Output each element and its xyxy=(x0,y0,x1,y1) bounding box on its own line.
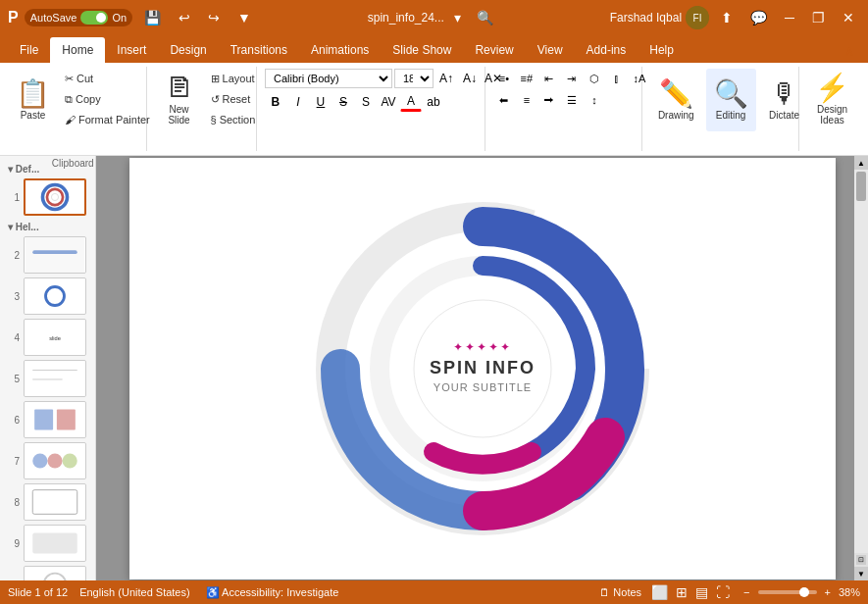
align-right-button[interactable]: ⮕ xyxy=(538,90,560,110)
drawing-icon: ✏️ xyxy=(659,80,693,108)
slide-thumb-4[interactable]: 4 slide xyxy=(0,317,95,358)
drawing-button[interactable]: ✏️ Drawing xyxy=(650,69,702,131)
slide-thumb-7[interactable]: 7 xyxy=(0,440,95,481)
scroll-track[interactable] xyxy=(854,170,868,553)
increase-indent-button[interactable]: ⇥ xyxy=(561,69,583,88)
username: Farshad Iqbal xyxy=(610,11,682,25)
line-spacing-button[interactable]: ↕ xyxy=(584,90,605,110)
paragraph-row1: ≡• ≡# ⇤ ⇥ ⬡ ⫿ ↕A xyxy=(493,69,650,88)
scroll-thumb[interactable] xyxy=(856,172,866,201)
align-center-button[interactable]: ≡ xyxy=(516,90,537,110)
restore-button[interactable]: ❐ xyxy=(806,6,831,29)
char-spacing-button[interactable]: AV xyxy=(378,92,399,112)
view-reading-button[interactable]: ▤ xyxy=(693,582,710,602)
view-buttons: ⬜ ⊞ ▤ ⛶ xyxy=(649,582,732,602)
tab-transitions[interactable]: Transitions xyxy=(219,37,299,63)
slide-info: Slide 1 of 12 xyxy=(8,586,68,598)
copy-button[interactable]: ⧉ Copy xyxy=(60,89,155,109)
zoom-in-button[interactable]: + xyxy=(821,584,835,600)
accessibility-icon: ♿ xyxy=(206,586,220,598)
comments-button[interactable]: 💬 xyxy=(744,6,773,29)
close-button[interactable]: ✕ xyxy=(837,6,860,29)
share-button[interactable]: ⬆ xyxy=(715,6,739,29)
main-area: ▾ Def... 1 ▾ Hel... 2 3 xyxy=(0,156,868,580)
search-button[interactable]: 🔍 xyxy=(471,6,499,29)
zoom-out-button[interactable]: − xyxy=(740,584,753,600)
new-slide-button[interactable]: 🖹 New Slide xyxy=(155,69,204,131)
underline-button[interactable]: U xyxy=(310,92,332,112)
slide-thumb-3[interactable]: 3 xyxy=(0,276,95,317)
undo-button[interactable]: ↩ xyxy=(173,6,196,29)
tab-animations[interactable]: Animations xyxy=(299,37,381,63)
slide-thumb-1[interactable]: 1 xyxy=(0,176,95,218)
strikethrough-button[interactable]: S xyxy=(332,92,354,112)
tab-addins[interactable]: Add-ins xyxy=(575,37,638,63)
decrease-font-button[interactable]: A↓ xyxy=(459,69,481,88)
slide-thumb-2[interactable]: 2 xyxy=(0,234,95,276)
smartart-convert-button[interactable]: ⬡ xyxy=(584,69,605,88)
align-left-button[interactable]: ⬅ xyxy=(493,90,515,110)
view-normal-button[interactable]: ⬜ xyxy=(649,582,670,602)
autosave-badge[interactable]: AutoSave On xyxy=(25,9,132,26)
notes-icon: 🗒 xyxy=(599,586,610,598)
zoom-slider[interactable] xyxy=(758,590,817,594)
numbered-list-button[interactable]: ≡# xyxy=(516,69,537,88)
view-slideshow-button[interactable]: ⛶ xyxy=(714,582,732,602)
columns-button[interactable]: ⫿ xyxy=(606,69,628,88)
svg-rect-17 xyxy=(57,410,76,430)
autosave-toggle[interactable] xyxy=(80,11,108,25)
scroll-up-button[interactable]: ▲ xyxy=(854,156,868,170)
design-ideas-button[interactable]: ⚡ Design Ideas xyxy=(807,69,857,131)
layout-button[interactable]: ⊞ Layout xyxy=(206,69,261,88)
new-slide-label: New Slide xyxy=(168,104,189,126)
editing-button[interactable]: 🔍 Editing xyxy=(706,69,756,131)
font-name-select[interactable]: Calibri (Body) xyxy=(265,69,392,88)
slide-thumb-9[interactable]: 9 xyxy=(0,523,95,564)
slide-num-2: 2 xyxy=(6,250,20,261)
slide-thumb-5[interactable]: 5 xyxy=(0,358,95,399)
slide-preview-1 xyxy=(24,178,86,216)
slide-thumb-6[interactable]: 6 xyxy=(0,399,95,440)
customize-button[interactable]: ▼ xyxy=(231,6,257,29)
justify-button[interactable]: ☰ xyxy=(561,90,583,110)
filename-dropdown[interactable]: ▾ xyxy=(448,6,467,29)
fit-button[interactable]: ⊡ xyxy=(856,555,866,565)
tab-home[interactable]: Home xyxy=(50,37,105,63)
shadow-button[interactable]: S xyxy=(355,92,377,112)
highlight-button[interactable]: ab xyxy=(423,92,444,112)
redo-button[interactable]: ↪ xyxy=(202,6,226,29)
view-slidesorter-button[interactable]: ⊞ xyxy=(674,582,689,602)
tab-review[interactable]: Review xyxy=(463,37,525,63)
title-bar-center: spin_info_24... ▾ 🔍 xyxy=(368,6,499,29)
bold-button[interactable]: B xyxy=(265,92,286,112)
tab-help[interactable]: Help xyxy=(638,37,686,63)
svg-text:FI: FI xyxy=(693,13,702,24)
vertical-scrollbar[interactable]: ▲ ⊡ ▼ xyxy=(854,156,868,580)
accessibility-button[interactable]: ♿ Accessibility: Investigate xyxy=(202,584,343,601)
scroll-down-button[interactable]: ▼ xyxy=(854,567,868,580)
tab-design[interactable]: Design xyxy=(158,37,218,63)
section-button[interactable]: § Section xyxy=(206,110,261,129)
ribbon-collapse-btn[interactable]: ∧ xyxy=(839,39,860,63)
cut-button[interactable]: ✂ Cut xyxy=(60,69,155,88)
bullet-list-button[interactable]: ≡• xyxy=(493,69,515,88)
decrease-indent-button[interactable]: ⇤ xyxy=(538,69,560,88)
tab-insert[interactable]: Insert xyxy=(105,37,158,63)
font-size-select[interactable]: 18 xyxy=(394,69,434,88)
save-button[interactable]: 💾 xyxy=(138,6,167,29)
increase-font-button[interactable]: A↑ xyxy=(435,69,457,88)
paste-button[interactable]: 📋 Paste xyxy=(8,69,58,131)
italic-button[interactable]: I xyxy=(287,92,309,112)
format-painter-button[interactable]: 🖌 Format Painter xyxy=(60,110,155,129)
tab-file[interactable]: File xyxy=(8,37,50,63)
notes-button[interactable]: 🗒 Notes xyxy=(599,586,641,598)
slide-canvas: ✦✦✦✦✦ SPIN INFO YOUR SUBTITLE xyxy=(129,158,836,579)
font-color-button[interactable]: A xyxy=(400,92,422,112)
tab-view[interactable]: View xyxy=(526,37,575,63)
slide-preview-9 xyxy=(24,525,86,562)
tab-slideshow[interactable]: Slide Show xyxy=(381,37,463,63)
reset-button[interactable]: ↺ Reset xyxy=(206,89,261,109)
slide-thumb-10[interactable]: 10 xyxy=(0,564,95,580)
slide-thumb-8[interactable]: 8 xyxy=(0,481,95,523)
minimize-button[interactable]: ─ xyxy=(779,6,800,29)
